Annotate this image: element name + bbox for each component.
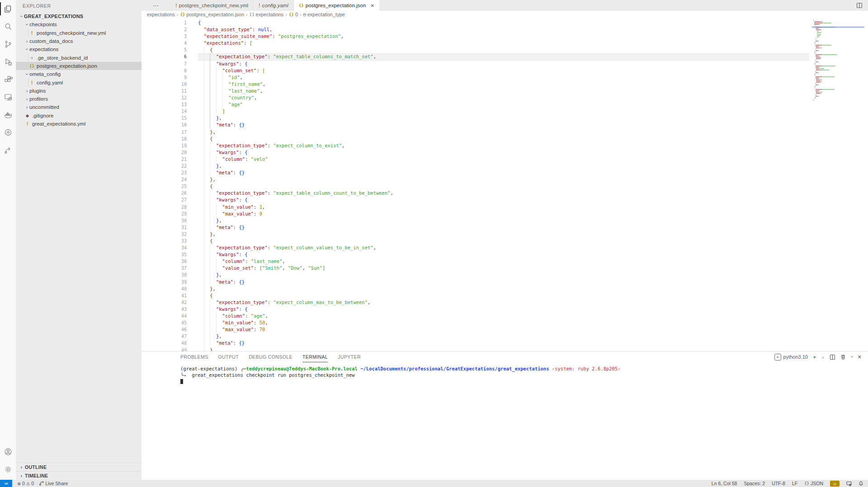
code-line-content[interactable]: }, [198, 217, 809, 224]
tab-postgres-checkpoint-new-yml[interactable]: !postgres_checkpoint_new.yml [170, 0, 254, 11]
panel-tab-output[interactable]: OUTPUT [218, 351, 239, 362]
globe-icon[interactable] [0, 123, 16, 141]
tree-item--gitignore[interactable]: ◆.gitignore [16, 112, 142, 120]
breadcrumb-item[interactable]: []expectations [250, 12, 284, 17]
account-icon[interactable] [0, 443, 16, 460]
status-lf[interactable]: LF [792, 481, 797, 486]
code-line-content[interactable]: { [198, 47, 809, 53]
status-spaces[interactable]: Spaces: 2 [744, 481, 765, 486]
panel-tab-problems[interactable]: PROBLEMS [180, 351, 208, 362]
code-line-content[interactable]: "column": "velo" [198, 156, 809, 163]
code-line-content[interactable]: "expectation_type": "expect_table_column… [198, 53, 809, 60]
tree-item-great-expectations-yml[interactable]: !great_expectations.yml [16, 120, 142, 128]
code-line-content[interactable]: }, [198, 129, 809, 136]
run-debug-icon[interactable] [0, 53, 16, 70]
code-line-content[interactable]: "meta": {} [198, 169, 809, 176]
trash-icon[interactable] [840, 354, 846, 360]
tree-item-postgres-checkpoint-new-yml[interactable]: !postgres_checkpoint_new.yml [16, 29, 142, 37]
code-line-content[interactable]: "meta": {} [198, 224, 809, 231]
panel-tab-terminal[interactable]: TERMINAL [302, 351, 328, 362]
code-line-content[interactable]: "min_value": 1, [198, 204, 809, 211]
more-actions-icon[interactable]: ⋯ [142, 0, 170, 11]
explorer-icon[interactable] [0, 0, 16, 18]
code-line-content[interactable]: }, [198, 231, 809, 238]
shell-selector[interactable]: > python3.10 [774, 354, 808, 361]
code-line-content[interactable]: "kwargs": { [198, 306, 809, 313]
source-control-icon[interactable] [0, 35, 16, 53]
tree-item-great-expectations[interactable]: ›GREAT_EXPECTATIONS [16, 12, 142, 20]
tree-item-config-yaml[interactable]: !config.yaml [16, 78, 142, 86]
code-line-content[interactable]: "value_set": ["Smith", "Dow", "Sun"] [198, 265, 809, 272]
split-terminal-icon[interactable] [830, 354, 835, 360]
docker-icon[interactable] [0, 106, 16, 123]
problems-indicator[interactable]: ⊗ 0 ⚠ 0 [17, 481, 34, 486]
close-panel-icon[interactable]: ✕ [858, 354, 862, 360]
code-line-content[interactable]: { [198, 292, 809, 299]
code-line-content[interactable]: "expectation_type": "expect_column_to_ex… [198, 142, 809, 149]
code-line-content[interactable]: "id", [198, 74, 809, 81]
code-line-content[interactable]: "column": "last_name", [198, 258, 809, 265]
code-line-content[interactable]: "max_value": 70 [198, 326, 809, 333]
code-line-content[interactable]: "country", [198, 94, 809, 101]
code-line-content[interactable]: "min_value": 50, [198, 319, 809, 326]
maximize-panel-icon[interactable]: › [849, 356, 854, 358]
code-line-content[interactable]: { [198, 19, 809, 26]
code-line-content[interactable]: "expectation_suite_name": "postgres_expe… [198, 33, 809, 40]
status-language-mode[interactable]: {}JSON [804, 481, 823, 486]
close-icon[interactable]: ✕ [370, 3, 374, 8]
new-terminal-icon[interactable]: + [813, 354, 816, 361]
code-line-content[interactable]: { [198, 238, 809, 244]
status-utf-8[interactable]: UTF-8 [772, 481, 785, 486]
code-line-content[interactable]: ] [198, 108, 809, 115]
code-line-content[interactable]: }, [198, 272, 809, 278]
code-line-content[interactable]: }, [198, 163, 809, 169]
code-line-content[interactable]: "column": "age", [198, 313, 809, 319]
breadcrumb-item[interactable]: {}0 [289, 12, 298, 17]
tree-item-profilers[interactable]: ›profilers [16, 95, 142, 103]
code-line-content[interactable]: "max_value": 9 [198, 211, 809, 217]
tree-item-expectations[interactable]: ›expectations [16, 45, 142, 53]
code-line-content[interactable]: "kwargs": { [198, 61, 809, 67]
code-line-content[interactable]: "expectation_type": "expect_table_column… [198, 190, 809, 197]
code-line-content[interactable]: { [198, 136, 809, 142]
code-line-content[interactable]: }, [198, 115, 809, 122]
tree-item-plugins[interactable]: ›plugins [16, 87, 142, 95]
live-share-button[interactable]: Live Share [39, 481, 68, 487]
code-line-content[interactable]: }, [198, 286, 809, 292]
bell-icon[interactable] [859, 481, 863, 486]
code-line-content[interactable]: "kwargs": { [198, 149, 809, 156]
code-line-content[interactable]: "meta": {} [198, 279, 809, 286]
tab-config-yaml[interactable]: !config.yaml [254, 0, 294, 11]
sidebar-section-timeline[interactable]: ›TIMELINE [16, 471, 142, 480]
tree-item-uncommitted[interactable]: ›uncommitted [16, 103, 142, 111]
code-line-content[interactable]: }, [198, 333, 809, 340]
tab-postgres-expectation-json[interactable]: {}postgres_expectation.json✕ [294, 0, 379, 11]
terminal[interactable]: (great-expectations) ╭─teddycrepineau@Te… [180, 365, 621, 385]
extensions-icon[interactable] [0, 70, 16, 88]
code-line-content[interactable]: "age" [198, 101, 809, 108]
code-line-content[interactable]: "last_name", [198, 88, 809, 94]
tree-item-custom-data-docs[interactable]: ›custom_data_docs [16, 37, 142, 45]
code-line-content[interactable]: "expectation_type": "expect_column_max_t… [198, 299, 809, 306]
sidebar-section-outline[interactable]: ›OUTLINE [16, 463, 142, 471]
code-line-content[interactable]: "meta": {} [198, 340, 809, 347]
panel-tab-debug-console[interactable]: DEBUG CONSOLE [249, 351, 292, 362]
code-line-content[interactable]: "first_name", [198, 81, 809, 88]
code-line-content[interactable]: "expectation_type": "expect_column_value… [198, 244, 809, 251]
code-line-content[interactable]: }, [198, 176, 809, 183]
live-share-icon[interactable] [0, 141, 16, 159]
code-line-content[interactable]: "column_set": [ [198, 67, 809, 74]
code-line-content[interactable]: "kwargs": { [198, 197, 809, 203]
search-icon[interactable] [0, 18, 16, 35]
tree-item-checkpoints[interactable]: ›checkpoints [16, 20, 142, 28]
ports-icon[interactable] [846, 481, 852, 486]
tree-item--ge-store-backend-id[interactable]: ≡.ge_store_backend_id [16, 53, 142, 61]
tree-item-postgres-expectation-json[interactable]: {}postgres_expectation.json [16, 62, 142, 70]
code-line-content[interactable]: { [198, 183, 809, 190]
chevron-down-icon[interactable]: ⌄ [821, 355, 825, 359]
code-line-content[interactable]: "kwargs": { [198, 251, 809, 258]
panel-tab-jupyter[interactable]: JUPYTER [338, 351, 361, 362]
code-line-content[interactable]: "meta": {} [198, 122, 809, 128]
breadcrumb-item[interactable]: {}postgres_expectation.json [180, 12, 244, 17]
feedback-smiley-icon[interactable]: ☺ [830, 481, 840, 487]
